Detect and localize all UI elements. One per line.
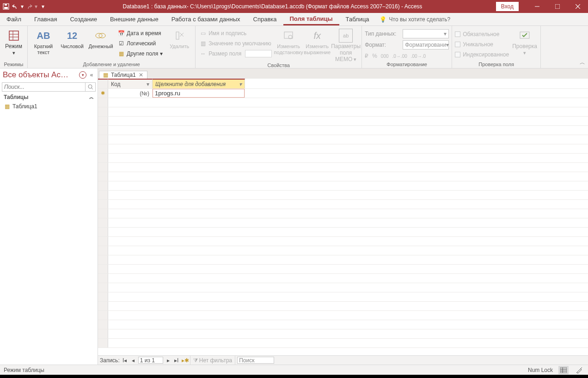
tab-dbtools[interactable]: Работа с базами данных: [165, 13, 247, 25]
qat-customize-icon[interactable]: ▾: [39, 2, 47, 11]
number-icon: 12: [65, 29, 79, 43]
short-text-icon: AB: [37, 29, 50, 43]
minimize-button[interactable]: [527, 0, 547, 13]
name-caption-button: ▭Имя и подпись: [198, 29, 273, 38]
datatype-combo: ▾: [403, 29, 449, 38]
percent-format-icon: %: [372, 53, 377, 59]
tab-create[interactable]: Создание: [63, 13, 104, 25]
group-collapse-icon[interactable]: ︽: [89, 94, 94, 100]
group-format-label: Форматирование: [365, 62, 449, 68]
group-validation: Обязательное Уникальное Индексированное …: [452, 26, 541, 68]
group-views-label: Режимы: [3, 62, 24, 68]
group-props-label: Свойства: [198, 62, 359, 69]
recnav-position[interactable]: 1 из 1: [138, 357, 163, 364]
search-icon[interactable]: [85, 83, 95, 91]
navpane-search[interactable]: [2, 82, 96, 92]
view-button[interactable]: Режим▾: [3, 27, 24, 56]
currency-button[interactable]: Денежный: [88, 27, 114, 50]
number-button[interactable]: 12 Числовой: [59, 27, 85, 50]
delete-button: Удалить: [166, 27, 192, 50]
short-text-button[interactable]: AB Краткий текст: [31, 27, 56, 55]
signin-button[interactable]: Вход: [496, 2, 519, 11]
recnav-first-icon[interactable]: I◂: [122, 357, 128, 364]
navpane-title: Все объекты Ac…: [3, 70, 77, 80]
format-combo: Форматировани▾: [403, 40, 449, 50]
field-size-row: ↔Размер поля: [198, 49, 273, 58]
navpane-collapse-icon[interactable]: «: [88, 72, 95, 78]
navpane-group-tables[interactable]: Таблицы ︽: [0, 93, 98, 102]
recnav-next-icon[interactable]: ▸: [165, 357, 172, 364]
column-header-id[interactable]: Код▾: [108, 79, 153, 88]
required-checkbox: Обязательное: [455, 30, 509, 39]
navpane-item-table1[interactable]: ▦ Таблица1: [0, 102, 98, 111]
increase-decimal-icon: .0→.00: [392, 54, 407, 59]
datasheet-view-btn[interactable]: [558, 366, 569, 374]
calendar-icon: 📅: [117, 30, 125, 37]
row-selector-new[interactable]: ✱: [98, 89, 108, 98]
close-tab-icon[interactable]: ✕: [139, 72, 143, 78]
datasheet-area: ▦ Таблица1 ✕ Код▾ Щелкните для добавлени…: [98, 68, 588, 365]
group-addrem-label: Добавление и удаление: [31, 62, 192, 68]
recnav-search[interactable]: Поиск: [237, 357, 274, 364]
cell-editor-input[interactable]: [153, 89, 245, 98]
tab-file[interactable]: Файл: [0, 13, 28, 25]
validation-label: Проверка▾: [512, 43, 537, 56]
yesno-button[interactable]: ☑Логический: [116, 39, 164, 48]
delete-label: Удалить: [170, 43, 189, 50]
tab-external[interactable]: Внешние данные: [104, 13, 165, 25]
navpane-search-input[interactable]: [2, 83, 85, 91]
cell-id[interactable]: (№): [108, 89, 153, 98]
tab-help[interactable]: Справка: [247, 13, 283, 25]
group-add-remove: AB Краткий текст 12 Числовой Денежный 📅Д…: [28, 26, 196, 68]
datasheet-grid[interactable]: Код▾ Щелкните для добавления▾ ✱ (№): [98, 79, 588, 355]
view-label: Режим▾: [5, 43, 22, 56]
column-dropdown-icon[interactable]: ▾: [147, 81, 149, 87]
navpane-header[interactable]: Все объекты Ac… ▾ «: [0, 68, 98, 81]
title-bar: ▾ ▾ ▾ Database1 : база данных- C:\Users\…: [0, 0, 588, 13]
table-object-icon: ▦: [5, 103, 10, 110]
design-view-btn[interactable]: [574, 366, 584, 374]
recnav-new-icon[interactable]: ▸✱: [182, 357, 188, 364]
close-button[interactable]: [568, 0, 588, 13]
status-numlock: Num Lock: [528, 367, 553, 373]
lightbulb-icon: 💡: [380, 16, 386, 23]
cell-add-editing[interactable]: [153, 89, 245, 98]
document-tab-table1[interactable]: ▦ Таблица1 ✕: [99, 71, 147, 79]
svg-rect-4: [555, 4, 560, 9]
datetime-button[interactable]: 📅Дата и время: [116, 29, 164, 38]
decrease-decimal-icon: .00→.0: [411, 54, 426, 59]
undo-icon[interactable]: [11, 2, 19, 11]
recnav-prev-icon[interactable]: ◂: [130, 357, 136, 364]
redo-dropdown-icon: ▾: [34, 2, 38, 11]
tab-table[interactable]: Таблица: [339, 13, 376, 25]
ribbon-tabs: Файл Главная Создание Внешние данные Раб…: [0, 13, 588, 26]
svg-rect-2: [5, 4, 7, 6]
tab-home[interactable]: Главная: [28, 13, 63, 25]
recnav-last-icon[interactable]: ▸I: [173, 357, 180, 364]
modify-lookup-button: Изменить подстановку: [276, 27, 301, 55]
more-fields-button[interactable]: ▦Другие поля ▾: [116, 49, 164, 58]
column-header-add[interactable]: Щелкните для добавления▾: [153, 79, 245, 88]
default-value-button: ▥Значение по умолчанию: [198, 39, 273, 48]
recnav-label: Запись:: [100, 357, 120, 364]
comma-format-icon: 000: [381, 54, 389, 59]
undo-dropdown-icon[interactable]: ▾: [20, 2, 24, 11]
save-icon[interactable]: [2, 2, 10, 11]
maximize-button[interactable]: [547, 0, 568, 13]
ribbon: Режим▾ Режимы AB Краткий текст 12 Числов…: [0, 26, 588, 68]
svg-rect-1: [4, 7, 8, 9]
group-properties: ▭Имя и подпись ▥Значение по умолчанию ↔Р…: [196, 26, 362, 68]
number-label: Числовой: [61, 43, 84, 50]
collapse-ribbon-icon[interactable]: ︿: [580, 59, 585, 67]
document-tab-label: Таблица1: [111, 72, 136, 78]
navpane-group-label: Таблицы: [4, 94, 28, 100]
select-all-cell[interactable]: [98, 79, 108, 88]
tell-me[interactable]: 💡 Что вы хотите сделать?: [376, 16, 454, 23]
navpane-dropdown-icon[interactable]: ▾: [79, 71, 86, 79]
datatype-label: Тип данных:: [365, 31, 401, 37]
status-bar: Режим таблицы Num Lock: [0, 365, 588, 375]
tab-fields[interactable]: Поля таблицы: [283, 13, 339, 25]
taskbar-edge: [0, 375, 588, 378]
short-text-label: Краткий текст: [31, 43, 56, 55]
add-column-dropdown-icon[interactable]: ▾: [239, 81, 242, 87]
